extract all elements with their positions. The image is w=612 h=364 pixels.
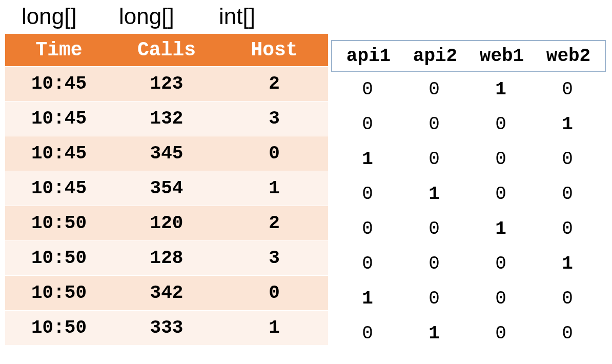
matrix-cell: 0 <box>401 218 467 239</box>
matrix-cell: 0 <box>401 114 467 135</box>
cell-host: 2 <box>220 66 328 101</box>
table-row: 10:45 132 3 <box>5 101 328 136</box>
table-row: 10:45 345 0 <box>5 136 328 171</box>
table-row: 10:50 342 0 <box>5 275 328 310</box>
cell-host: 2 <box>220 206 328 240</box>
cell-host: 0 <box>220 275 328 310</box>
matrix-cell: 0 <box>334 114 401 135</box>
matrix-cell: 0 <box>401 288 467 309</box>
matrix-col-api2: api2 <box>402 46 468 67</box>
matrix-row: 1000 <box>331 141 606 176</box>
matrix-cell: 0 <box>534 288 601 309</box>
matrix-cell: 0 <box>467 184 534 205</box>
cell-time: 10:45 <box>5 171 113 206</box>
matrix-row: 0001 <box>331 107 606 141</box>
matrix-cell: 1 <box>467 218 534 239</box>
type-label: long[] <box>119 3 219 30</box>
cell-time: 10:50 <box>5 310 113 345</box>
table-row: 10:50 333 1 <box>5 310 328 345</box>
col-time-header: Time <box>5 33 113 66</box>
matrix-cell: 0 <box>534 79 601 100</box>
matrix-row: 0100 <box>331 176 606 211</box>
matrix-cell: 0 <box>401 253 467 274</box>
matrix-cell: 0 <box>534 149 601 170</box>
cell-host: 1 <box>220 310 328 345</box>
cell-time: 10:50 <box>5 240 113 275</box>
matrix-row: 0010 <box>331 211 606 246</box>
cell-calls: 120 <box>113 206 220 240</box>
matrix-cell: 0 <box>467 323 534 344</box>
cell-calls: 132 <box>113 101 220 136</box>
cell-host: 3 <box>220 101 328 136</box>
matrix-cell: 1 <box>334 288 401 309</box>
matrix-cell: 1 <box>401 323 467 344</box>
matrix-cell: 0 <box>401 149 467 170</box>
matrix-cell: 0 <box>534 323 601 344</box>
matrix-col-api1: api1 <box>335 46 402 67</box>
matrix-row: 0010 <box>331 72 606 107</box>
cell-host: 1 <box>220 171 328 206</box>
matrix-cell: 0 <box>334 184 401 205</box>
col-calls-header: Calls <box>113 33 220 66</box>
matrix-cell: 0 <box>334 218 401 239</box>
cell-calls: 342 <box>113 275 220 310</box>
cell-calls: 333 <box>113 310 220 345</box>
onehot-matrix: api1 api2 web1 web2 00100001100001000010… <box>331 40 606 351</box>
column-type-labels: long[] long[] int[] <box>0 0 328 33</box>
matrix-row: 0001 <box>331 246 606 281</box>
cell-calls: 123 <box>113 66 220 101</box>
data-table: Time Calls Host 10:45 123 2 10:45 132 3 … <box>5 33 328 346</box>
cell-time: 10:50 <box>5 206 113 240</box>
cell-time: 10:45 <box>5 66 113 101</box>
matrix-cell: 0 <box>467 149 534 170</box>
matrix-cell: 0 <box>534 218 601 239</box>
cell-host: 3 <box>220 240 328 275</box>
cell-host: 0 <box>220 136 328 171</box>
matrix-cell: 0 <box>334 323 401 344</box>
cell-time: 10:45 <box>5 101 113 136</box>
matrix-cell: 0 <box>401 79 467 100</box>
type-label: int[] <box>219 3 311 30</box>
matrix-col-web2: web2 <box>535 46 602 67</box>
matrix-cell: 0 <box>467 114 534 135</box>
matrix-cell: 0 <box>334 253 401 274</box>
table-row: 10:50 128 3 <box>5 240 328 275</box>
matrix-cell: 1 <box>401 184 467 205</box>
cell-time: 10:45 <box>5 136 113 171</box>
matrix-cell: 0 <box>334 79 401 100</box>
table-row: 10:50 120 2 <box>5 206 328 240</box>
matrix-cell: 1 <box>534 114 601 135</box>
table-row: 10:45 354 1 <box>5 171 328 206</box>
cell-calls: 345 <box>113 136 220 171</box>
cell-calls: 128 <box>113 240 220 275</box>
cell-calls: 354 <box>113 171 220 206</box>
matrix-cell: 0 <box>534 184 601 205</box>
col-host-header: Host <box>220 33 328 66</box>
matrix-col-web1: web1 <box>468 46 535 67</box>
matrix-cell: 1 <box>467 79 534 100</box>
cell-time: 10:50 <box>5 275 113 310</box>
matrix-header-row: api1 api2 web1 web2 <box>331 40 606 72</box>
matrix-cell: 0 <box>467 253 534 274</box>
matrix-cell: 0 <box>467 288 534 309</box>
type-label: long[] <box>22 3 119 30</box>
matrix-cell: 1 <box>534 253 601 274</box>
matrix-cell: 1 <box>334 149 401 170</box>
matrix-row: 1000 <box>331 281 606 316</box>
matrix-row: 0100 <box>331 316 606 351</box>
table-header-row: Time Calls Host <box>5 33 328 66</box>
table-row: 10:45 123 2 <box>5 66 328 101</box>
